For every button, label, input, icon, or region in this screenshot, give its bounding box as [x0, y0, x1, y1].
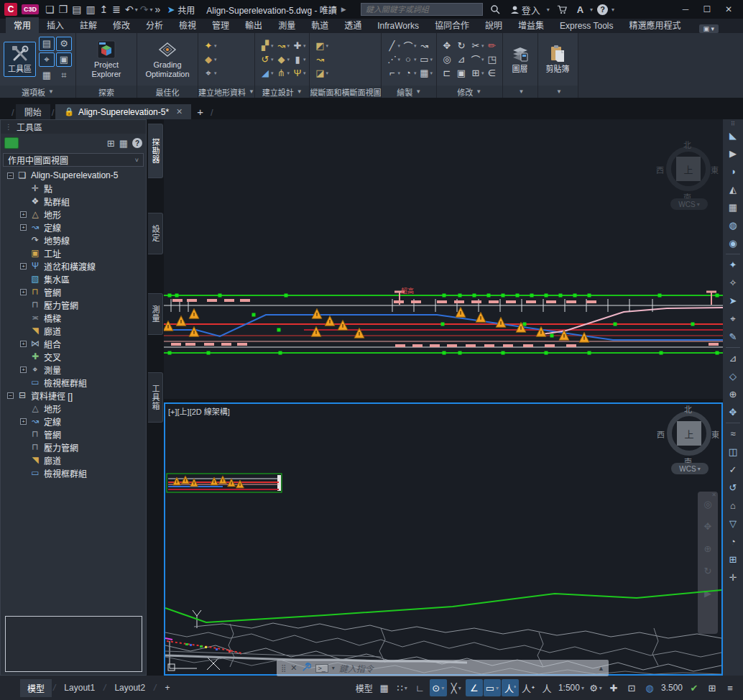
tree-item-交叉[interactable]: ✚交叉 — [3, 350, 145, 363]
command-dropdown-icon[interactable]: ▾ — [332, 665, 335, 671]
tree-item-工址[interactable]: ▣工址 — [3, 247, 145, 259]
tree-expander-icon[interactable]: − — [7, 172, 14, 179]
construction-line-icon-dropdown[interactable]: ▾ — [397, 57, 400, 63]
isolate-objects-icon[interactable]: ⊡ — [623, 679, 640, 696]
tree-expander-icon[interactable]: + — [20, 341, 27, 347]
offset-tool-icon[interactable]: ◇ — [723, 367, 743, 385]
ellipse-icon-dropdown[interactable]: ▾ — [414, 70, 417, 76]
tree-item-橋樑[interactable]: ≍橋樑 — [3, 311, 145, 324]
sheet-icon[interactable]: ▦ — [723, 198, 743, 216]
close-button[interactable]: ✕ — [719, 1, 739, 17]
sheet-manager-icon[interactable]: ▤ — [39, 37, 55, 51]
hatch-icon-dropdown[interactable]: ▾ — [430, 70, 433, 76]
toolspace-header[interactable]: ⋮ 工具區 — [1, 120, 146, 134]
ribbon-tab-插入[interactable]: 插入 — [39, 17, 72, 33]
circle-icon-dropdown[interactable]: ▾ — [414, 57, 417, 63]
autodesk-dropdown-icon[interactable]: ▾ — [590, 6, 593, 13]
search-icon[interactable] — [487, 4, 503, 14]
points-create-icon-dropdown[interactable]: ▾ — [214, 43, 217, 49]
osnap-icon[interactable]: ▭▾ — [484, 679, 501, 696]
tree-item-廊道[interactable]: ◥廊道 — [3, 453, 145, 466]
tree-expander-icon[interactable]: + — [20, 224, 27, 231]
tree-item-管網[interactable]: +⊓管網 — [3, 285, 145, 298]
customization-icon[interactable]: ≡ — [721, 679, 739, 696]
measure-icon[interactable]: ⊿ — [723, 349, 743, 367]
panel-flyout-icon[interactable]: ▼ — [249, 88, 254, 95]
clean-screen-icon[interactable]: ⊞ — [703, 679, 721, 696]
panel-flyout-icon[interactable]: ▼ — [519, 88, 525, 95]
settings-palette-icon[interactable]: ⚙ — [56, 37, 72, 51]
stretch-icon[interactable]: ⊏ — [440, 67, 453, 80]
polar-tracking-icon-dropdown[interactable]: ▾ — [441, 685, 444, 691]
visibility-icon[interactable]: ◑ — [723, 162, 743, 180]
cart-icon[interactable] — [554, 5, 570, 14]
new-file-icon[interactable]: ❏ — [43, 4, 57, 15]
project-explorer-button[interactable]: Project Explorer — [80, 37, 133, 81]
tree-item-點群組[interactable]: ❖點群組 — [3, 195, 145, 208]
command-wrench-icon[interactable] — [302, 663, 311, 674]
tree-item-組合[interactable]: +⋈組合 — [3, 337, 145, 350]
tree-item-測量[interactable]: +⌖測量 — [3, 363, 145, 376]
survey-data-icon-dropdown[interactable]: ▾ — [214, 70, 217, 76]
item-view-icon[interactable]: ⊞ — [107, 138, 115, 149]
arc-icon-dropdown[interactable]: ▾ — [414, 43, 417, 49]
panel-flyout-icon[interactable]: ▼ — [297, 88, 303, 95]
view-selector-dropdown[interactable]: 作用中圖面視圖˅ — [3, 153, 144, 167]
surface-create-icon[interactable]: ◆▾ — [202, 53, 217, 66]
toolbox-palette-icon[interactable]: ▣ — [56, 52, 72, 67]
offset-icon[interactable]: ∈ — [486, 67, 499, 80]
clipboard-button[interactable]: 剪貼簿 — [542, 42, 574, 77]
tree-item-定線[interactable]: +↝定線 — [3, 221, 145, 234]
snap-mode-icon[interactable]: ∷▾ — [394, 679, 411, 696]
save-icon[interactable]: ▤ — [70, 4, 83, 15]
command-prompt-icon[interactable]: >_ — [315, 664, 328, 673]
active-drawing-icon[interactable] — [4, 137, 19, 149]
parcel-icon-dropdown[interactable]: ▾ — [271, 43, 274, 49]
display-manager-icon[interactable]: ⌗ — [56, 68, 72, 83]
panel-flyout-icon[interactable]: ▼ — [48, 88, 54, 95]
signin-dropdown-icon[interactable]: ▾ — [547, 6, 550, 13]
snap-mode-icon-dropdown[interactable]: ▾ — [405, 685, 407, 691]
redo-icon[interactable]: ↷ — [138, 4, 151, 15]
survey-toolspace-icon[interactable]: ⌖ — [39, 52, 55, 67]
move-tool-icon[interactable]: ✥ — [723, 403, 743, 421]
playback-icon[interactable]: ▶ — [723, 144, 743, 162]
cross-icon[interactable]: ✛ — [723, 568, 743, 586]
corridor-icon-dropdown[interactable]: ▾ — [287, 70, 290, 76]
ribbon-panel-label[interactable]: ▼ — [538, 86, 578, 98]
copy-icon[interactable]: ◎ — [440, 53, 453, 66]
geolocation-icon[interactable]: ◍ — [723, 216, 743, 234]
annotation-autoscale-icon[interactable]: 人✦ — [520, 679, 537, 696]
ribbon-tab-InfraWorks[interactable]: InfraWorks — [369, 19, 427, 33]
tree-item-Align-Superelevation-5[interactable]: −❏Align-Superelevation-5 — [3, 169, 145, 182]
ribbon-tab-分析[interactable]: 分析 — [138, 17, 171, 33]
explode-icon[interactable]: ◳ — [486, 53, 499, 66]
ribbon-panel-label[interactable]: 選項板▼ — [0, 86, 75, 98]
ortho-icon[interactable]: ∟ — [412, 679, 429, 696]
ribbon-tab-增益集[interactable]: 增益集 — [510, 17, 552, 33]
tree-item-壓力管網[interactable]: ⊓壓力管網 — [3, 441, 145, 453]
ribbon-tab-Express Tools[interactable]: Express Tools — [552, 19, 621, 33]
inquiry-icon[interactable]: ⌖ — [723, 310, 743, 328]
tree-expander-icon[interactable]: + — [20, 211, 27, 218]
surface-flatten-icon[interactable]: ◣ — [723, 126, 743, 144]
select-icon[interactable]: ➤ — [723, 292, 743, 310]
tree-item-地形[interactable]: △地形 — [3, 402, 145, 415]
layout-tab-模型[interactable]: 模型 — [20, 679, 52, 697]
tree-item-地勢線[interactable]: ↷地勢線 — [3, 234, 145, 247]
search-input[interactable] — [361, 3, 483, 16]
new-layout-button[interactable]: + — [157, 680, 177, 696]
graphics-performance-icon[interactable]: ◍ — [641, 679, 658, 696]
command-input[interactable]: 鍵入指令 — [339, 662, 594, 674]
assembly-icon-dropdown[interactable]: ▾ — [303, 57, 306, 63]
tree-item-地形[interactable]: +△地形 — [3, 208, 145, 221]
model-paper-toggle[interactable]: 模型 — [354, 679, 375, 696]
window-tool-icon[interactable]: ◫ — [723, 443, 743, 461]
edit-icon[interactable]: ✎ — [723, 328, 743, 346]
preview-toggle-icon[interactable]: ▦ — [119, 138, 128, 149]
move-icon[interactable]: ✥ — [440, 40, 453, 52]
ribbon-tab-精選應用程式[interactable]: 精選應用程式 — [622, 17, 689, 33]
profile-view-icon[interactable]: ◩▾ — [313, 40, 328, 52]
file-tab-document[interactable]: 🔒 Align-Superelevation-5* ✕ — [55, 104, 191, 119]
ribbon-tab-註解[interactable]: 註解 — [72, 17, 105, 33]
